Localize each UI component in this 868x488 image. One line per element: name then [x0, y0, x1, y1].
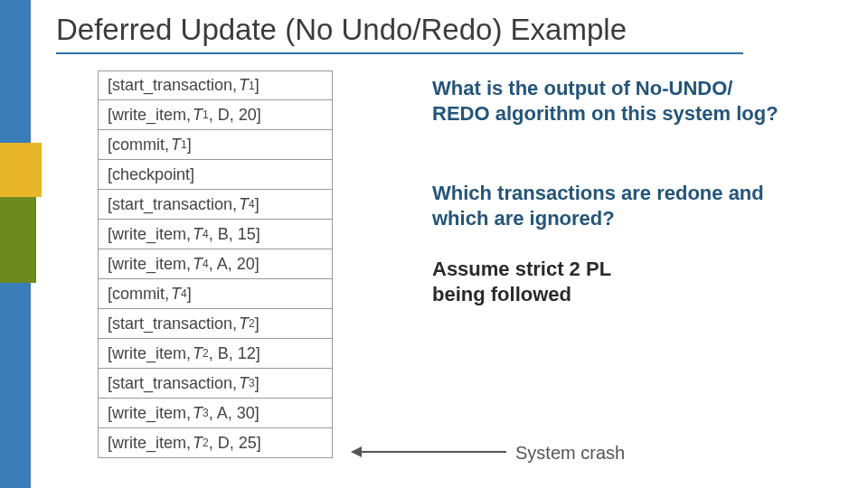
log-txn: T	[193, 255, 203, 274]
log-txn: T	[193, 404, 203, 423]
log-table: [start_transaction, T1] [write_item, T1,…	[98, 70, 333, 458]
decor-stripe-gold	[0, 143, 42, 197]
log-txn: T	[193, 344, 203, 363]
log-op: [write_item,	[108, 106, 191, 125]
log-op: [commit,	[108, 136, 169, 155]
log-tail: ]	[187, 136, 192, 155]
log-sub: 4	[181, 287, 187, 300]
log-row: [start_transaction, T1]	[98, 70, 333, 100]
log-tail: ]	[187, 285, 192, 304]
log-row: [write_item, T2, D, 25]	[98, 428, 333, 458]
log-row: [start_transaction, T3]	[98, 369, 333, 399]
log-op: [commit,	[108, 285, 169, 304]
log-sub: 4	[203, 258, 209, 270]
log-sub: 1	[181, 138, 187, 151]
log-txn: T	[171, 285, 181, 304]
log-op: [checkpoint]	[108, 165, 194, 184]
log-sub: 1	[249, 80, 255, 92]
log-row: [write_item, T1, D, 20]	[98, 100, 333, 130]
log-row: [start_transaction, T4]	[98, 190, 333, 220]
log-txn: T	[239, 195, 249, 214]
log-tail: , D, 25]	[209, 434, 261, 453]
log-tail: , A, 30]	[209, 404, 259, 423]
question-2: Which transactions are redone and which …	[432, 181, 794, 230]
log-txn: T	[193, 225, 203, 244]
log-sub: 4	[203, 228, 209, 240]
log-row: [start_transaction, T2]	[98, 309, 333, 339]
log-tail: , D, 20]	[209, 106, 261, 125]
log-row: [commit, T4]	[98, 279, 333, 309]
log-txn: T	[193, 106, 203, 125]
log-op: [start_transaction,	[108, 76, 237, 95]
log-row: [commit, T1]	[98, 130, 333, 160]
arrow-left-icon	[353, 451, 506, 453]
log-op: [start_transaction,	[108, 314, 237, 333]
title-underline	[56, 52, 743, 54]
log-row: [write_item, T4, A, 20]	[98, 249, 333, 279]
log-txn: T	[239, 314, 249, 333]
crash-label: System crash	[515, 443, 625, 464]
log-sub: 1	[203, 108, 209, 121]
log-txn: T	[193, 434, 203, 453]
log-txn: T	[239, 374, 249, 393]
log-sub: 2	[203, 347, 209, 360]
log-sub: 3	[249, 377, 255, 389]
question-3: Assume strict 2 PL being followed	[432, 257, 613, 306]
log-op: [write_item,	[108, 225, 191, 244]
log-row: [write_item, T3, A, 30]	[98, 399, 333, 428]
question-1: What is the output of No-UNDO/ REDO algo…	[432, 76, 794, 126]
log-sub: 3	[203, 407, 209, 419]
log-tail: ]	[255, 374, 259, 393]
log-row: [write_item, T2, B, 12]	[98, 339, 333, 369]
log-row: [write_item, T4, B, 15]	[98, 220, 333, 249]
log-op: [start_transaction,	[108, 195, 237, 214]
log-tail: , A, 20]	[209, 255, 259, 274]
log-op: [start_transaction,	[108, 374, 237, 393]
log-tail: ]	[255, 195, 259, 214]
log-tail: ]	[255, 76, 259, 95]
log-op: [write_item,	[108, 404, 191, 423]
slide-title: Deferred Update (No Undo/Redo) Example	[56, 13, 627, 47]
decor-stripe-green	[0, 197, 36, 283]
log-sub: 2	[203, 436, 209, 449]
log-op: [write_item,	[108, 344, 191, 363]
log-sub: 4	[249, 198, 255, 211]
log-txn: T	[239, 76, 249, 95]
log-row: [checkpoint]	[98, 160, 333, 190]
log-op: [write_item,	[108, 255, 191, 274]
log-txn: T	[171, 136, 181, 155]
log-tail: , B, 12]	[209, 344, 260, 363]
log-op: [write_item,	[108, 434, 191, 453]
log-tail: , B, 15]	[209, 225, 260, 244]
slide: Deferred Update (No Undo/Redo) Example […	[0, 0, 868, 488]
log-tail: ]	[255, 314, 259, 333]
log-sub: 2	[249, 317, 255, 330]
